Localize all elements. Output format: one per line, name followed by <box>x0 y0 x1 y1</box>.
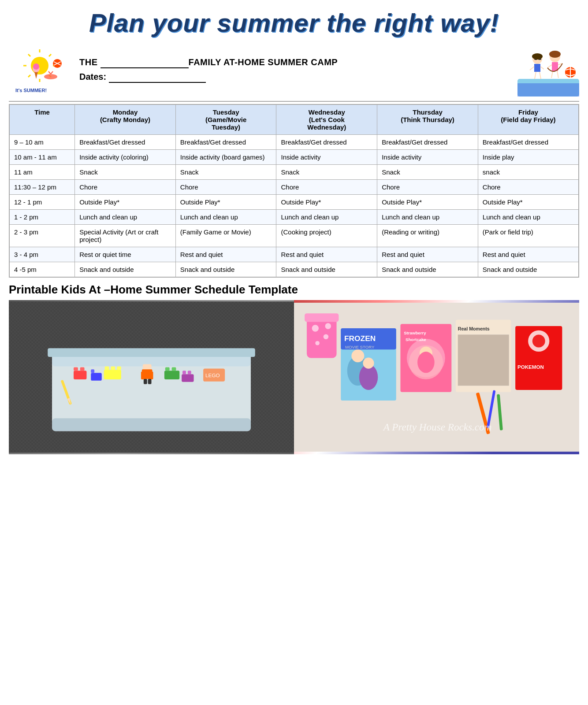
time-cell: 11 am <box>9 164 75 179</box>
activity-cell: Lunch and clean up <box>276 209 377 224</box>
svg-point-12 <box>44 74 57 79</box>
dates-blank <box>109 72 206 83</box>
activity-cell: Chore <box>75 179 176 194</box>
activity-cell: Chore <box>377 179 478 194</box>
svg-rect-75 <box>305 313 339 322</box>
svg-rect-58 <box>141 371 145 379</box>
photo-left: LEGO <box>9 300 294 454</box>
table-row: 2 - 3 pmSpecial Activity (Art or craft p… <box>9 224 579 247</box>
activity-cell: Breakfast/Get dressed <box>478 134 579 149</box>
main-title: Plan your summer the right way! <box>9 4 579 39</box>
svg-rect-54 <box>111 366 115 370</box>
svg-rect-49 <box>80 367 85 371</box>
svg-text:Shortcake: Shortcake <box>406 337 426 342</box>
svg-rect-66 <box>182 371 186 374</box>
activity-cell: Rest and quiet <box>276 247 377 262</box>
activity-cell: Inside activity (coloring) <box>75 149 176 164</box>
svg-line-23 <box>547 65 552 68</box>
activity-cell: Chore <box>276 179 377 194</box>
svg-text:POKEMON: POKEMON <box>517 364 544 369</box>
activity-cell: Outside Play* <box>377 194 478 209</box>
svg-rect-55 <box>117 366 121 370</box>
activity-cell: Lunch and clean up <box>175 209 276 224</box>
time-cell: 12 - 1 pm <box>9 194 75 209</box>
activity-cell: Inside activity <box>276 149 377 164</box>
svg-point-87 <box>363 357 374 368</box>
col-header-wednesday: Wednesday(Let's CookWednesday) <box>276 104 377 135</box>
svg-point-27 <box>549 51 561 58</box>
photo-right: FROZEN MOVIE STORY Strawberry Shortcake <box>294 300 579 454</box>
table-row: 10 am - 11 amInside activity (coloring)I… <box>9 149 579 164</box>
dates-line: Dates: <box>79 72 509 83</box>
activity-cell: Snack <box>175 164 276 179</box>
table-row: 11 amSnackSnackSnackSnacksnack <box>9 164 579 179</box>
svg-point-76 <box>312 325 319 331</box>
svg-rect-48 <box>74 367 78 371</box>
activity-cell: Lunch and clean up <box>75 209 176 224</box>
svg-rect-52 <box>104 370 121 379</box>
activity-cell: Breakfast/Get dressed <box>276 134 377 149</box>
svg-text:LEGO: LEGO <box>205 372 220 378</box>
activity-cell: Snack and outside <box>478 262 579 277</box>
col-header-thursday: Thursday(Think Thursday) <box>377 104 478 135</box>
activity-cell: Special Activity (Art or craft project) <box>75 224 176 247</box>
family-blank <box>100 57 189 68</box>
svg-rect-74 <box>307 315 337 358</box>
activity-cell: Lunch and clean up <box>377 209 478 224</box>
activity-cell: Breakfast/Get dressed <box>175 134 276 149</box>
svg-rect-29 <box>534 64 540 72</box>
col-header-time: Time <box>9 104 75 135</box>
svg-rect-59 <box>150 371 153 379</box>
svg-rect-67 <box>188 371 191 374</box>
time-cell: 4 -5 pm <box>9 262 75 277</box>
activity-cell: Lunch and clean up <box>478 209 579 224</box>
page-container: Plan your summer the right way! <box>0 0 588 459</box>
svg-line-8 <box>28 75 30 77</box>
activity-cell: (Park or field trip) <box>478 224 579 247</box>
svg-line-7 <box>49 54 51 56</box>
activity-cell: Outside Play* <box>75 194 176 209</box>
time-cell: 10 am - 11 am <box>9 149 75 164</box>
time-cell: 2 - 3 pm <box>9 224 75 247</box>
table-row: 12 - 1 pmOutside Play*Outside Play*Outsi… <box>9 194 579 209</box>
time-cell: 3 - 4 pm <box>9 247 75 262</box>
activity-cell: Outside Play* <box>175 194 276 209</box>
table-header-row: Time Monday(Crafty Monday) Tuesday(Game/… <box>9 104 579 135</box>
activity-cell: Snack and outside <box>377 262 478 277</box>
schedule-table: Time Monday(Crafty Monday) Tuesday(Game/… <box>9 104 579 278</box>
activity-cell: Rest and quiet <box>175 247 276 262</box>
activity-cell: Snack <box>276 164 377 179</box>
photos-row: LEGO FROZEN MOVIE <box>9 300 579 454</box>
activity-cell: Chore <box>175 179 276 194</box>
col-header-tuesday: Tuesday(Game/MovieTuesday) <box>175 104 276 135</box>
table-row: 11:30 – 12 pmChoreChoreChoreChoreChore <box>9 179 579 194</box>
svg-text:Real Moments: Real Moments <box>458 326 490 331</box>
svg-line-14 <box>51 71 53 74</box>
svg-rect-51 <box>91 369 94 373</box>
svg-rect-63 <box>165 367 170 371</box>
logo-right <box>517 44 579 96</box>
svg-line-26 <box>557 71 558 78</box>
svg-text:It's SUMMER!: It's SUMMER! <box>15 88 47 93</box>
svg-line-33 <box>540 72 541 79</box>
svg-rect-56 <box>143 364 152 369</box>
table-row: 4 -5 pmSnack and outsideSnack and outsid… <box>9 262 579 277</box>
svg-point-79 <box>325 323 331 329</box>
svg-line-32 <box>535 72 536 79</box>
svg-point-85 <box>351 349 364 362</box>
activity-cell: Snack and outside <box>75 262 176 277</box>
svg-rect-46 <box>48 348 255 357</box>
activity-cell: Breakfast/Get dressed <box>377 134 478 149</box>
svg-text:Strawberry: Strawberry <box>404 330 426 335</box>
svg-point-77 <box>324 334 329 339</box>
svg-line-5 <box>28 54 30 56</box>
table-row: 9 – 10 amBreakfast/Get dressedBreakfast/… <box>9 134 579 149</box>
activity-cell: (Cooking project) <box>276 224 377 247</box>
svg-point-101 <box>532 334 545 347</box>
time-cell: 1 - 2 pm <box>9 209 75 224</box>
svg-line-30 <box>530 67 534 70</box>
activity-cell: Snack and outside <box>276 262 377 277</box>
printable-title: Printable Kids At –Home Summer Schedule … <box>9 278 579 300</box>
activity-cell: (Reading or writing) <box>377 224 478 247</box>
svg-rect-98 <box>458 334 509 386</box>
